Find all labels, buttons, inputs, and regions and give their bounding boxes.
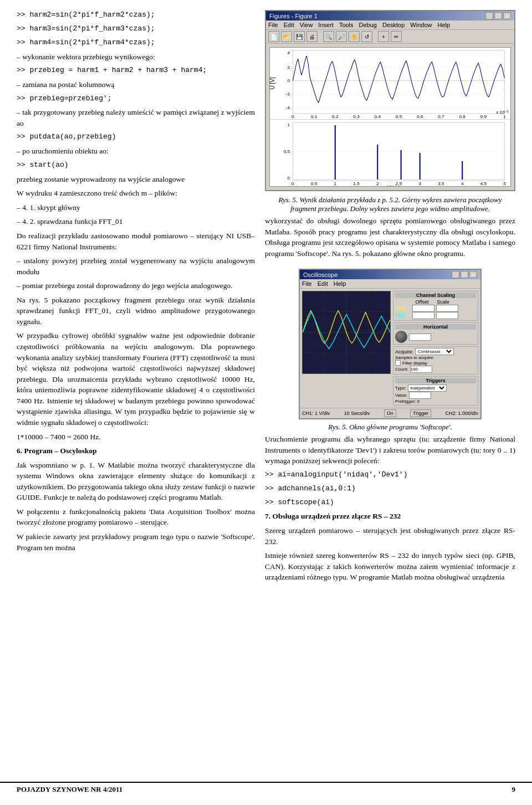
page: >> harm2=sin(2*pi*f_harm2*czas); >> harm… <box>0 0 532 805</box>
osc-caption: Rys. 5. Okno główne programu 'Softscope'… <box>265 423 515 432</box>
acquire-row: Acquire: Continuous <box>395 348 476 355</box>
osc-menu-help[interactable]: Help <box>334 280 346 287</box>
text-zamiana: – zamiana na postać kolumnową <box>17 79 255 90</box>
tb-print[interactable]: 🖨 <box>306 31 318 42</box>
pretrig-row: Pretrigger: 0 <box>395 399 476 404</box>
tb-data-cursor[interactable]: + <box>378 31 389 42</box>
filter-checkbox[interactable] <box>395 360 401 366</box>
menu-edit[interactable]: Edit <box>284 22 294 28</box>
text-wykonanie: – wykonanie wektora przebiegu wynikowego… <box>17 52 255 63</box>
osc-close[interactable]: × <box>469 271 477 278</box>
svg-text:5: 5 <box>503 181 506 186</box>
right-text-2-block: Uruchomienie programu dla wybranego sprz… <box>265 434 515 583</box>
close-btn[interactable]: × <box>503 12 511 19</box>
page-number: 9 <box>512 785 516 794</box>
code-adchannels: >> adchannels(ai,0:1) <box>265 484 515 494</box>
ch1-scale-input[interactable] <box>436 305 458 312</box>
svg-text:0.5: 0.5 <box>396 114 402 119</box>
svg-text:-2: -2 <box>286 91 290 96</box>
minimize-btn[interactable]: _ <box>485 12 493 19</box>
menu-file[interactable]: File <box>268 22 278 28</box>
count-input[interactable] <box>410 366 432 373</box>
text-skrypt: – 4. 1. skrypt główny <box>17 202 255 213</box>
osc-menubar: File Edit Help <box>300 279 480 289</box>
oscilloscope-window: Oscilloscope _ □ × File Edit Help <box>299 269 482 419</box>
menu-debug[interactable]: Debug <box>359 22 377 28</box>
svg-text:0: 0 <box>288 78 290 83</box>
ch2-offset-input[interactable] <box>412 312 434 319</box>
tb-save[interactable]: 💾 <box>294 31 305 42</box>
figure-plot-area: U [V] 4 2 0 -2 -4 <box>266 44 514 190</box>
tb-zoom-out[interactable]: 🔎 <box>336 31 347 42</box>
svg-text:1: 1 <box>503 114 506 119</box>
footer-bar: POJAZDY SZYNOWE NR 4/2011 9 <box>0 782 532 794</box>
code-harm3: >> harm3=sin(2*pi*f_harm3*czas); <box>17 24 255 34</box>
svg-text:3.5: 3.5 <box>438 181 444 186</box>
samples-row: Samples to acquire: <box>395 355 476 360</box>
right-p4: Istnieje również szereg konwerterów RS –… <box>265 550 515 583</box>
text-przebieg: przebieg zostanie wyprowadzony na wyjści… <box>17 174 255 185</box>
tb-rotate[interactable]: ↺ <box>361 31 372 42</box>
type-row: Type: independent <box>395 384 476 392</box>
osc-screen <box>302 291 391 374</box>
right-p3: Szereg urządzeń pomiarowo – sterujących … <box>265 525 515 547</box>
svg-text:1: 1 <box>288 122 290 127</box>
svg-text:0.1: 0.1 <box>311 114 318 119</box>
svg-text:f [kHz]: f [kHz] <box>386 184 399 186</box>
svg-text:2: 2 <box>376 181 379 186</box>
osc-ch2-info: CH2: 1.000/div <box>445 411 478 416</box>
channel-scaling-section: Channel Scaling Offset Scale CH1 <box>393 291 478 321</box>
osc-menu-edit[interactable]: Edit <box>318 280 328 287</box>
text-wydruk: W wydruku 4 zamieszczono treść dwóch m –… <box>17 188 255 199</box>
text-do-realizacji: Do realizacji przykładu zastosowano modu… <box>17 230 255 252</box>
svg-text:4: 4 <box>461 181 464 186</box>
text-ustalony: – ustalony powyżej przebieg został wygen… <box>17 255 255 277</box>
osc-ch1-info: CH1: 1 V/div <box>302 411 330 416</box>
menu-window[interactable]: Window <box>410 22 432 28</box>
maximize-btn[interactable]: □ <box>494 12 502 19</box>
text-program-heading: 6. Program – Oscyloskop <box>17 445 255 457</box>
svg-text:0.3: 0.3 <box>353 114 360 119</box>
tb-brush[interactable]: ✏ <box>391 31 402 42</box>
right-text-1: wykorzystać do obsługi dowolnego sprzętu… <box>265 216 515 259</box>
left-column: >> harm2=sin(2*pi*f_harm2*czas); >> harm… <box>17 10 255 586</box>
trigger-button[interactable]: Trigger <box>410 409 431 417</box>
ch1-offset-input[interactable] <box>412 305 434 312</box>
svg-text:1.5: 1.5 <box>353 181 360 186</box>
trigger-input-row: Value: <box>395 392 476 399</box>
menu-desktop[interactable]: Desktop <box>382 22 405 28</box>
svg-text:4.5: 4.5 <box>480 181 487 186</box>
osc-footer: CH1: 1 V/div 10 Secs/div On Trigger CH2:… <box>300 408 480 418</box>
osc-maximize[interactable]: □ <box>461 271 468 278</box>
menu-view[interactable]: View <box>300 22 313 28</box>
menu-help[interactable]: Help <box>437 22 450 28</box>
code-przebieg: >> przebieg = harm1 + harm2 + harm3 + ha… <box>17 65 255 76</box>
tb-open[interactable]: 📂 <box>281 31 292 42</box>
svg-text:0.4: 0.4 <box>375 114 381 119</box>
text-jak-wspomniano: Jak wspomniano w p. 1. W Matlabie można … <box>17 460 255 503</box>
osc-minimize[interactable]: _ <box>452 271 459 278</box>
left-text-block: >> harm2=sin(2*pi*f_harm2*czas); >> harm… <box>17 10 255 553</box>
trigger-value-input[interactable] <box>409 392 431 399</box>
horizontal-title: Horizontal <box>395 324 476 330</box>
channel-scaling-header: Offset Scale <box>395 299 476 305</box>
menu-insert[interactable]: Insert <box>318 22 334 28</box>
tb-new[interactable]: 📄 <box>268 31 279 42</box>
tb-pan[interactable]: ✋ <box>349 31 360 42</box>
text-funkcja: – 4. 2. sprawdzana funkcja FFT_01 <box>17 216 255 227</box>
ch2-scale-input[interactable] <box>436 312 458 319</box>
osc-menu-file[interactable]: File <box>302 280 312 287</box>
osc-titlebar-btns: _ □ × <box>452 271 477 278</box>
acquire-dropdown[interactable]: Continuous <box>415 348 454 355</box>
horizontal-input[interactable] <box>409 334 431 341</box>
osc-titlebar: Oscilloscope _ □ × <box>300 270 480 279</box>
horizontal-knob[interactable] <box>395 331 407 343</box>
ch2-row: CH2 <box>395 312 476 319</box>
on-button[interactable]: On <box>384 409 396 417</box>
horizontal-section: Horizontal <box>393 322 478 345</box>
osc-time-info: 10 Secs/div <box>344 411 370 416</box>
svg-text:-4: -4 <box>286 105 290 110</box>
menu-tools[interactable]: Tools <box>339 22 354 28</box>
type-dropdown[interactable]: independent <box>408 384 447 392</box>
tb-zoom-in[interactable]: 🔍 <box>323 31 334 42</box>
